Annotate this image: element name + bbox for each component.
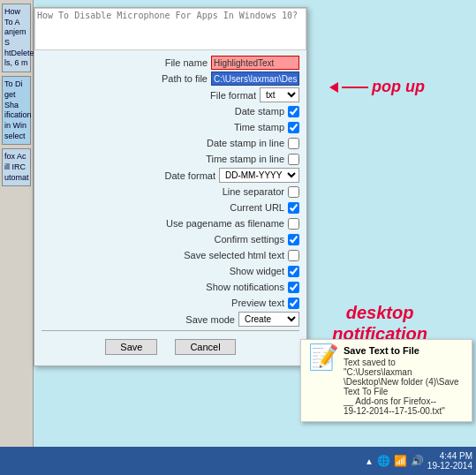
confirm-settings-checkbox[interactable] (288, 234, 299, 245)
arrow-head-icon (329, 82, 338, 93)
taskbar-signal-icon[interactable]: 📶 (394, 455, 407, 467)
file-name-label: File name (165, 57, 208, 68)
save-mode-label: Save mode (185, 314, 235, 325)
path-to-file-row: Path to file (42, 72, 299, 86)
sidebar-item-1-sub: anjem S (4, 27, 26, 47)
use-pagename-row: Use pagename as filename (42, 216, 299, 230)
line-separator-checkbox[interactable] (288, 186, 299, 198)
sidebar-item-3-sub: ill IRC (4, 162, 26, 171)
save-button[interactable]: Save (105, 339, 157, 355)
taskbar-clock: 4:44 PM19-12-2014 (427, 451, 472, 471)
file-name-row: File name (42, 56, 299, 70)
notification-content: Save Text to File Text saved to "C:\User… (344, 345, 465, 416)
form-body: File name Path to file File format txt h… (34, 52, 306, 366)
notification-body: Text saved to "C:\Users\laxman \Desktop\… (344, 358, 465, 416)
taskbar-network-icon[interactable]: 🌐 (377, 455, 390, 467)
show-widget-label: Show widget (230, 266, 284, 276)
date-format-row: Date format DD-MM-YYYY MM-DD-YYYY YYYY-M… (42, 168, 299, 183)
date-format-label: Date format (165, 170, 215, 181)
save-selected-label: Save selected html text (184, 250, 284, 260)
save-dialog: File name Path to file File format txt h… (34, 7, 307, 366)
sidebar-item-3-text: fox Ac (4, 152, 26, 161)
sidebar-item-1-text: How To A (4, 7, 20, 26)
line-separator-label: Line separator (223, 186, 284, 197)
date-stamp-row: Date stamp (42, 104, 299, 118)
file-format-select[interactable]: txt html md (260, 87, 299, 102)
notif-line3: __ Add-ons for Firefox-- (344, 396, 436, 406)
desktop-notification: 📝 Save Text to File Text saved to "C:\Us… (300, 339, 472, 422)
line-separator-row: Line separator (42, 185, 299, 199)
time-stamp-inline-row: Time stamp in line (42, 152, 299, 166)
path-to-file-input[interactable] (211, 72, 299, 86)
desktop-notification-annotation: desktopnotification (332, 302, 427, 344)
time-stamp-label: Time stamp (234, 122, 284, 132)
time-stamp-row: Time stamp (42, 120, 299, 134)
date-stamp-inline-row: Date stamp in line (42, 136, 299, 150)
file-format-label: File format (210, 90, 256, 101)
show-notifications-row: Show notifications (42, 280, 299, 294)
button-row: Save Cancel (42, 335, 299, 360)
divider (42, 330, 299, 331)
save-selected-row: Save selected html text (42, 248, 299, 262)
notification-title: Save Text to File (344, 345, 465, 356)
date-stamp-checkbox[interactable] (288, 106, 299, 117)
popup-label: pop up (372, 78, 425, 96)
show-notifications-checkbox[interactable] (288, 282, 299, 293)
desktop-label-text: desktopnotification (332, 303, 427, 343)
confirm-settings-row: Confirm settings (42, 232, 299, 246)
preview-text-checkbox[interactable] (288, 298, 299, 309)
show-notifications-label: Show notifications (206, 282, 284, 292)
sidebar-item-2-detail: ification (4, 110, 32, 119)
popup-annotation: pop up (329, 78, 425, 96)
arrow-line (342, 87, 368, 88)
save-mode-select[interactable]: Create Append Overwrite (238, 312, 299, 327)
current-url-row: Current URL (42, 200, 299, 215)
time-stamp-checkbox[interactable] (288, 122, 299, 133)
confirm-settings-label: Confirm settings (215, 234, 284, 245)
taskbar-volume-icon[interactable]: 🔊 (411, 455, 424, 467)
sidebar-item-2-extra: in Win (4, 121, 26, 130)
preview-text-row: Preview text (42, 296, 299, 310)
text-preview-area[interactable] (34, 8, 306, 50)
show-widget-row: Show widget (42, 264, 299, 278)
sidebar-item-1-detail: htDelete (4, 49, 34, 57)
sidebar-item-1[interactable]: How To A anjem S htDelete ls, 6 m (2, 4, 31, 72)
show-widget-checkbox[interactable] (288, 266, 299, 277)
date-stamp-label: Date stamp (235, 106, 284, 117)
current-url-label: Current URL (230, 202, 284, 213)
path-to-file-label: Path to file (162, 73, 208, 84)
notif-line2: \Desktop\New folder (4)\Save Text To Fil… (344, 377, 459, 396)
save-mode-row: Save mode Create Append Overwrite (42, 312, 299, 327)
notif-line4: 19-12-2014--17-15-00.txt" (344, 406, 445, 416)
sidebar-item-2-sub: get Sha (4, 90, 19, 109)
taskbar: ▲ 🌐 📶 🔊 4:44 PM19-12-2014 (0, 447, 476, 475)
sidebar-item-2[interactable]: To Di get Sha ification in Win select (2, 76, 31, 145)
notification-icon: 📝 (308, 345, 336, 373)
file-format-row: File format txt html md (42, 87, 299, 102)
file-name-input[interactable] (211, 56, 299, 70)
sidebar-item-1-extra: ls, 6 m (4, 58, 28, 67)
current-url-checkbox[interactable] (288, 202, 299, 214)
sidebar: How To A anjem S htDelete ls, 6 m To Di … (0, 0, 34, 475)
sidebar-item-3[interactable]: fox Ac ill IRC utomat (2, 148, 31, 186)
use-pagename-label: Use pagename as filename (166, 218, 284, 229)
sidebar-item-2-text: To Di (4, 79, 23, 88)
sidebar-item-3-detail: utomat (4, 173, 29, 182)
date-stamp-inline-checkbox[interactable] (288, 138, 299, 149)
time-stamp-inline-label: Time stamp in line (206, 154, 284, 164)
taskbar-arrow-icon[interactable]: ▲ (365, 456, 374, 466)
notif-line1: Text saved to "C:\Users\laxman (344, 358, 412, 377)
preview-text-label: Preview text (231, 298, 284, 308)
cancel-button[interactable]: Cancel (175, 339, 235, 355)
time-stamp-inline-checkbox[interactable] (288, 154, 299, 165)
sidebar-item-2-more: select (4, 132, 26, 140)
use-pagename-checkbox[interactable] (288, 218, 299, 230)
date-stamp-inline-label: Date stamp in line (207, 138, 284, 148)
date-format-select[interactable]: DD-MM-YYYY MM-DD-YYYY YYYY-MM-DD (219, 168, 299, 183)
save-selected-checkbox[interactable] (288, 250, 299, 261)
